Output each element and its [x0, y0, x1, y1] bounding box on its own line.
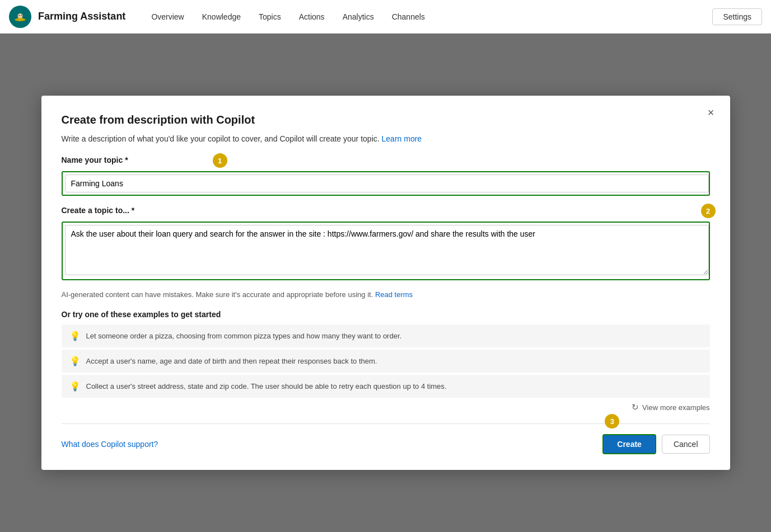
- app-title: Farming Assistant: [38, 11, 125, 22]
- footer-buttons: 3 Create Cancel: [602, 434, 709, 454]
- topic-name-input[interactable]: [65, 175, 709, 192]
- create-modal: × Create from description with Copilot W…: [41, 96, 730, 470]
- description-text: Write a description of what you'd like y…: [62, 134, 380, 143]
- nav-analytics[interactable]: Analytics: [335, 9, 382, 25]
- nav-topics[interactable]: Topics: [251, 9, 289, 25]
- topic-desc-label: Create a topic to...: [62, 206, 129, 215]
- settings-button[interactable]: Settings: [712, 8, 762, 25]
- cancel-button[interactable]: Cancel: [662, 435, 710, 454]
- svg-point-3: [18, 15, 20, 16]
- refresh-icon: ↻: [632, 402, 639, 412]
- nav-overview[interactable]: Overview: [143, 9, 191, 25]
- topic-desc-textarea[interactable]: Ask the user about their loan query and …: [65, 225, 709, 275]
- nav-channels[interactable]: Channels: [384, 9, 433, 25]
- copilot-support-link[interactable]: What does Copilot support?: [62, 440, 158, 449]
- example-text-1: Let someone order a pizza, choosing from…: [86, 332, 402, 340]
- step3-badge: 3: [605, 414, 619, 429]
- topic-desc-wrapper: Ask the user about their loan query and …: [62, 222, 710, 280]
- disclaimer-text: AI-generated content can have mistakes. …: [62, 290, 373, 299]
- modal-overlay: × Create from description with Copilot W…: [0, 34, 771, 532]
- step1-badge: 1: [213, 153, 227, 168]
- read-terms-link[interactable]: Read terms: [375, 290, 413, 299]
- examples-heading: Or try one of these examples to get star…: [62, 310, 710, 319]
- example-text-2: Accept a user's name, age and date of bi…: [86, 357, 377, 365]
- learn-more-link[interactable]: Learn more: [382, 134, 422, 143]
- header: Farming Assistant Overview Knowledge Top…: [0, 0, 771, 34]
- nav-knowledge[interactable]: Knowledge: [194, 9, 249, 25]
- topic-name-label: Name your topic: [62, 156, 123, 164]
- example-item-3[interactable]: 💡 Collect a user's street address, state…: [62, 375, 710, 398]
- topic-desc-required: *: [132, 206, 134, 215]
- lightbulb-icon-1: 💡: [69, 331, 81, 341]
- modal-footer: What does Copilot support? 3 Create Canc…: [62, 423, 710, 454]
- example-text-3: Collect a user's street address, state a…: [86, 382, 447, 390]
- modal-title: Create from description with Copilot: [62, 114, 710, 126]
- topic-desc-section: Create a topic to... * 2 Ask the user ab…: [62, 206, 710, 280]
- example-item-1[interactable]: 💡 Let someone order a pizza, choosing fr…: [62, 324, 710, 347]
- nav-actions[interactable]: Actions: [291, 9, 333, 25]
- view-more-label: View more examples: [642, 403, 709, 412]
- topic-name-section: Name your topic * 1: [62, 156, 710, 196]
- example-item-2[interactable]: 💡 Accept a user's name, age and date of …: [62, 350, 710, 373]
- nav-bar: Overview Knowledge Topics Actions Analyt…: [143, 9, 712, 25]
- topic-name-wrapper: [62, 171, 710, 196]
- lightbulb-icon-3: 💡: [69, 381, 81, 392]
- ai-disclaimer: AI-generated content can have mistakes. …: [62, 290, 710, 299]
- app-logo: [9, 6, 31, 28]
- svg-point-4: [21, 15, 22, 16]
- view-more-row[interactable]: ↻ View more examples: [62, 402, 710, 412]
- create-button[interactable]: Create: [602, 434, 656, 454]
- lightbulb-icon-2: 💡: [69, 356, 81, 366]
- svg-point-2: [18, 13, 23, 18]
- topic-name-required: *: [125, 156, 128, 164]
- close-button[interactable]: ×: [703, 105, 719, 120]
- step2-badge: 2: [701, 204, 716, 218]
- modal-description: Write a description of what you'd like y…: [62, 134, 710, 143]
